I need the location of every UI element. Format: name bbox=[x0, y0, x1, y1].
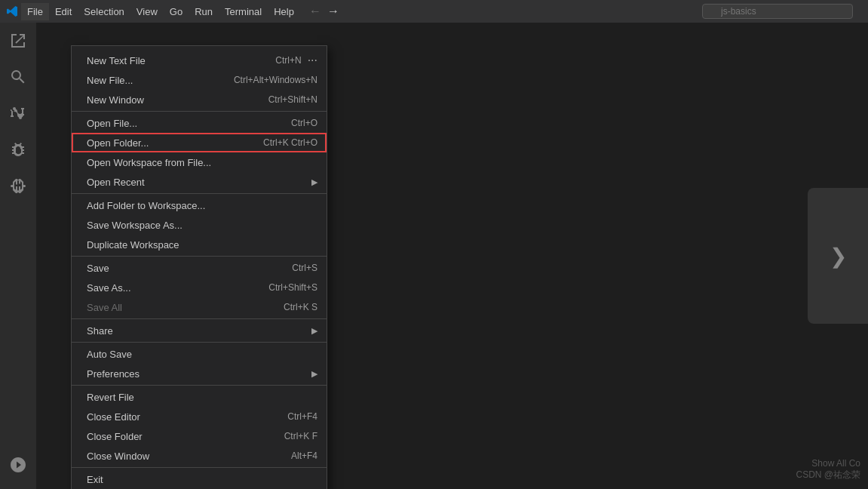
menu-section-save: Save Ctrl+S Save As... Ctrl+Shift+S Save… bbox=[72, 257, 327, 319]
right-panel-collapse[interactable]: ❯ bbox=[808, 188, 868, 324]
main-layout: New Text File Ctrl+N ··· New File... Ctr… bbox=[0, 23, 868, 489]
share-item[interactable]: Share ▶ bbox=[72, 321, 327, 340]
more-button[interactable]: ··· bbox=[308, 54, 317, 67]
search-wrapper: ⌕ bbox=[702, 4, 853, 19]
explorer-activity-icon[interactable] bbox=[0, 23, 36, 59]
save-workspace-item[interactable]: Save Workspace As... bbox=[72, 215, 327, 235]
close-folder-item[interactable]: Close Folder Ctrl+K F bbox=[72, 426, 327, 446]
open-folder-item[interactable]: Open Folder... Ctrl+K Ctrl+O bbox=[72, 133, 327, 152]
menu-run[interactable]: Run bbox=[189, 3, 219, 20]
duplicate-workspace-item[interactable]: Duplicate Workspace bbox=[72, 235, 327, 254]
menu-section-new: New Text File Ctrl+N ··· New File... Ctr… bbox=[72, 49, 327, 112]
extensions-activity-icon[interactable] bbox=[0, 168, 36, 204]
save-as-item[interactable]: Save As... Ctrl+Shift+S bbox=[72, 278, 327, 297]
revert-file-item[interactable]: Revert File bbox=[72, 387, 327, 407]
save-all-item: Save All Ctrl+K S bbox=[72, 297, 327, 317]
menu-bar: File Edit Selection View Go Run Terminal… bbox=[21, 3, 300, 20]
new-text-file-item[interactable]: New Text File Ctrl+N ··· bbox=[72, 51, 327, 70]
back-arrow[interactable]: ← bbox=[308, 3, 323, 20]
forward-arrow[interactable]: → bbox=[326, 3, 341, 20]
nav-arrows: ← → bbox=[308, 3, 341, 20]
menu-section-revert: Revert File Close Editor Ctrl+F4 Close F… bbox=[72, 386, 327, 468]
add-folder-item[interactable]: Add Folder to Workspace... bbox=[72, 195, 327, 215]
menu-section-share: Share ▶ bbox=[72, 319, 327, 343]
new-window-item[interactable]: New Window Ctrl+Shift+N bbox=[72, 90, 327, 109]
chevron-right-icon: ❯ bbox=[830, 244, 847, 269]
menu-selection[interactable]: Selection bbox=[78, 3, 130, 20]
watermark: Show All Co CSDN @祐念荣 bbox=[796, 458, 860, 481]
titlebar-search-area: ⌕ bbox=[702, 4, 853, 19]
close-window-item[interactable]: Close Window Alt+F4 bbox=[72, 446, 327, 466]
search-activity-icon[interactable] bbox=[0, 59, 36, 95]
copilot-activity-icon[interactable] bbox=[0, 447, 36, 483]
vscode-logo-icon bbox=[6, 5, 18, 17]
debug-activity-icon[interactable] bbox=[0, 131, 36, 168]
menu-section-exit: Exit bbox=[72, 468, 327, 489]
search-input[interactable] bbox=[702, 4, 853, 19]
close-editor-item[interactable]: Close Editor Ctrl+F4 bbox=[72, 407, 327, 426]
auto-save-item[interactable]: Auto Save bbox=[72, 344, 327, 364]
open-file-item[interactable]: Open File... Ctrl+O bbox=[72, 113, 327, 133]
activity-bar bbox=[0, 23, 36, 489]
titlebar: File Edit Selection View Go Run Terminal… bbox=[0, 0, 868, 23]
menu-section-autosave: Auto Save Preferences ▶ bbox=[72, 343, 327, 386]
save-item[interactable]: Save Ctrl+S bbox=[72, 258, 327, 278]
menu-section-open: Open File... Ctrl+O Open Folder... Ctrl+… bbox=[72, 112, 327, 194]
menu-help[interactable]: Help bbox=[268, 3, 300, 20]
menu-section-workspace: Add Folder to Workspace... Save Workspac… bbox=[72, 194, 327, 257]
new-file-item[interactable]: New File... Ctrl+Alt+Windows+N bbox=[72, 70, 327, 90]
exit-item[interactable]: Exit bbox=[72, 469, 327, 489]
menu-view[interactable]: View bbox=[130, 3, 164, 20]
editor-area: New Text File Ctrl+N ··· New File... Ctr… bbox=[36, 23, 868, 489]
source-control-activity-icon[interactable] bbox=[0, 95, 36, 131]
menu-go[interactable]: Go bbox=[164, 3, 189, 20]
preferences-item[interactable]: Preferences ▶ bbox=[72, 364, 327, 383]
file-dropdown-menu: New Text File Ctrl+N ··· New File... Ctr… bbox=[71, 45, 327, 489]
menu-edit[interactable]: Edit bbox=[49, 3, 78, 20]
open-workspace-item[interactable]: Open Workspace from File... bbox=[72, 152, 327, 172]
open-recent-item[interactable]: Open Recent ▶ bbox=[72, 172, 327, 192]
menu-file[interactable]: File bbox=[21, 3, 49, 20]
menu-terminal[interactable]: Terminal bbox=[219, 3, 268, 20]
